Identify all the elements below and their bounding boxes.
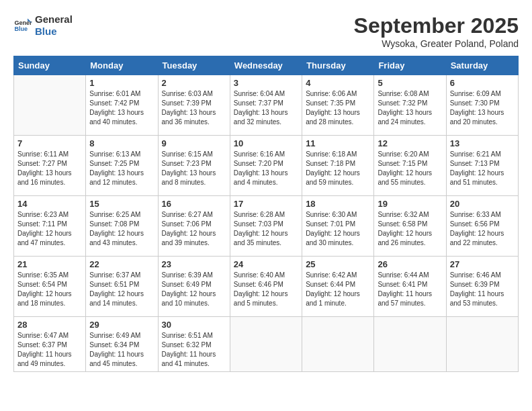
page-header: General Blue General Blue September 2025… xyxy=(13,13,519,49)
calendar-cell: 22Sunrise: 6:37 AM Sunset: 6:51 PM Dayli… xyxy=(86,257,158,317)
calendar-cell xyxy=(230,317,302,372)
day-info: Sunrise: 6:49 AM Sunset: 6:34 PM Dayligh… xyxy=(89,331,154,369)
calendar-cell: 12Sunrise: 6:20 AM Sunset: 7:15 PM Dayli… xyxy=(374,136,446,196)
day-info: Sunrise: 6:27 AM Sunset: 7:06 PM Dayligh… xyxy=(162,210,226,248)
week-row-4: 21Sunrise: 6:35 AM Sunset: 6:54 PM Dayli… xyxy=(14,257,519,317)
title-block: September 2025 Wysoka, Greater Poland, P… xyxy=(354,13,519,49)
day-info: Sunrise: 6:01 AM Sunset: 7:42 PM Dayligh… xyxy=(89,89,154,127)
day-info: Sunrise: 6:46 AM Sunset: 6:39 PM Dayligh… xyxy=(450,271,515,308)
calendar-cell: 25Sunrise: 6:42 AM Sunset: 6:44 PM Dayli… xyxy=(302,257,374,317)
day-info: Sunrise: 6:32 AM Sunset: 6:58 PM Dayligh… xyxy=(378,210,442,248)
weekday-monday: Monday xyxy=(86,56,158,75)
calendar-cell: 15Sunrise: 6:25 AM Sunset: 7:08 PM Dayli… xyxy=(86,196,158,257)
day-info: Sunrise: 6:15 AM Sunset: 7:23 PM Dayligh… xyxy=(162,150,226,187)
calendar-cell: 14Sunrise: 6:23 AM Sunset: 7:11 PM Dayli… xyxy=(14,196,86,257)
calendar-cell: 1Sunrise: 6:01 AM Sunset: 7:42 PM Daylig… xyxy=(86,75,158,136)
logo: General Blue General Blue xyxy=(13,13,73,38)
day-number: 9 xyxy=(162,138,226,148)
logo-blue: Blue xyxy=(35,26,73,38)
calendar-cell: 21Sunrise: 6:35 AM Sunset: 6:54 PM Dayli… xyxy=(14,257,86,317)
day-number: 6 xyxy=(450,78,515,88)
day-number: 1 xyxy=(89,78,154,88)
day-info: Sunrise: 6:18 AM Sunset: 7:18 PM Dayligh… xyxy=(306,150,370,187)
day-number: 15 xyxy=(89,199,154,209)
day-number: 17 xyxy=(234,199,298,209)
logo-general: General xyxy=(35,13,73,26)
day-number: 20 xyxy=(450,199,515,209)
calendar-cell: 24Sunrise: 6:40 AM Sunset: 6:46 PM Dayli… xyxy=(230,257,302,317)
svg-text:Blue: Blue xyxy=(14,26,28,32)
weekday-tuesday: Tuesday xyxy=(158,56,230,75)
week-row-3: 14Sunrise: 6:23 AM Sunset: 7:11 PM Dayli… xyxy=(14,196,519,257)
day-number: 29 xyxy=(89,320,154,330)
day-info: Sunrise: 6:35 AM Sunset: 6:54 PM Dayligh… xyxy=(17,271,82,308)
day-number: 18 xyxy=(306,199,370,209)
weekday-saturday: Saturday xyxy=(446,56,518,75)
calendar-cell xyxy=(446,317,518,372)
day-info: Sunrise: 6:21 AM Sunset: 7:13 PM Dayligh… xyxy=(450,150,515,187)
day-info: Sunrise: 6:08 AM Sunset: 7:32 PM Dayligh… xyxy=(378,89,442,127)
day-number: 13 xyxy=(450,138,515,148)
calendar-cell: 13Sunrise: 6:21 AM Sunset: 7:13 PM Dayli… xyxy=(446,136,518,196)
day-info: Sunrise: 6:47 AM Sunset: 6:37 PM Dayligh… xyxy=(17,331,82,369)
day-number: 7 xyxy=(17,138,82,148)
day-number: 26 xyxy=(378,259,442,269)
week-row-5: 28Sunrise: 6:47 AM Sunset: 6:37 PM Dayli… xyxy=(14,317,519,372)
day-info: Sunrise: 6:30 AM Sunset: 7:01 PM Dayligh… xyxy=(306,210,370,248)
calendar-cell xyxy=(302,317,374,372)
calendar-cell: 3Sunrise: 6:04 AM Sunset: 7:37 PM Daylig… xyxy=(230,75,302,136)
day-info: Sunrise: 6:42 AM Sunset: 6:44 PM Dayligh… xyxy=(306,271,370,308)
day-number: 4 xyxy=(306,78,370,88)
day-info: Sunrise: 6:39 AM Sunset: 6:49 PM Dayligh… xyxy=(162,271,226,308)
day-info: Sunrise: 6:11 AM Sunset: 7:27 PM Dayligh… xyxy=(17,150,82,187)
day-info: Sunrise: 6:13 AM Sunset: 7:25 PM Dayligh… xyxy=(89,150,154,187)
calendar-cell: 23Sunrise: 6:39 AM Sunset: 6:49 PM Dayli… xyxy=(158,257,230,317)
day-info: Sunrise: 6:03 AM Sunset: 7:39 PM Dayligh… xyxy=(162,89,226,127)
weekday-sunday: Sunday xyxy=(14,56,86,75)
day-info: Sunrise: 6:09 AM Sunset: 7:30 PM Dayligh… xyxy=(450,89,515,127)
day-number: 22 xyxy=(89,259,154,269)
calendar-cell: 11Sunrise: 6:18 AM Sunset: 7:18 PM Dayli… xyxy=(302,136,374,196)
day-number: 5 xyxy=(378,78,442,88)
calendar-cell: 17Sunrise: 6:28 AM Sunset: 7:03 PM Dayli… xyxy=(230,196,302,257)
day-info: Sunrise: 6:40 AM Sunset: 6:46 PM Dayligh… xyxy=(234,271,298,308)
day-info: Sunrise: 6:23 AM Sunset: 7:11 PM Dayligh… xyxy=(17,210,82,248)
calendar-cell: 7Sunrise: 6:11 AM Sunset: 7:27 PM Daylig… xyxy=(14,136,86,196)
day-number: 16 xyxy=(162,199,226,209)
calendar-cell: 27Sunrise: 6:46 AM Sunset: 6:39 PM Dayli… xyxy=(446,257,518,317)
weekday-friday: Friday xyxy=(374,56,446,75)
calendar-cell: 30Sunrise: 6:51 AM Sunset: 6:32 PM Dayli… xyxy=(158,317,230,372)
month-title: September 2025 xyxy=(354,13,519,38)
calendar-table: SundayMondayTuesdayWednesdayThursdayFrid… xyxy=(13,56,519,372)
calendar-cell: 4Sunrise: 6:06 AM Sunset: 7:35 PM Daylig… xyxy=(302,75,374,136)
day-number: 27 xyxy=(450,259,515,269)
calendar-cell: 8Sunrise: 6:13 AM Sunset: 7:25 PM Daylig… xyxy=(86,136,158,196)
calendar-cell: 18Sunrise: 6:30 AM Sunset: 7:01 PM Dayli… xyxy=(302,196,374,257)
calendar-cell: 29Sunrise: 6:49 AM Sunset: 6:34 PM Dayli… xyxy=(86,317,158,372)
calendar-cell: 5Sunrise: 6:08 AM Sunset: 7:32 PM Daylig… xyxy=(374,75,446,136)
weekday-header-row: SundayMondayTuesdayWednesdayThursdayFrid… xyxy=(14,56,519,75)
day-info: Sunrise: 6:25 AM Sunset: 7:08 PM Dayligh… xyxy=(89,210,154,248)
day-number: 24 xyxy=(234,259,298,269)
calendar-cell: 20Sunrise: 6:33 AM Sunset: 6:56 PM Dayli… xyxy=(446,196,518,257)
day-info: Sunrise: 6:51 AM Sunset: 6:32 PM Dayligh… xyxy=(162,331,226,369)
day-number: 2 xyxy=(162,78,226,88)
day-info: Sunrise: 6:16 AM Sunset: 7:20 PM Dayligh… xyxy=(234,150,298,187)
day-info: Sunrise: 6:28 AM Sunset: 7:03 PM Dayligh… xyxy=(234,210,298,248)
day-number: 14 xyxy=(17,199,82,209)
calendar-cell: 9Sunrise: 6:15 AM Sunset: 7:23 PM Daylig… xyxy=(158,136,230,196)
day-info: Sunrise: 6:20 AM Sunset: 7:15 PM Dayligh… xyxy=(378,150,442,187)
location-title: Wysoka, Greater Poland, Poland xyxy=(354,38,519,49)
day-number: 25 xyxy=(306,259,370,269)
day-info: Sunrise: 6:37 AM Sunset: 6:51 PM Dayligh… xyxy=(89,271,154,308)
day-number: 28 xyxy=(17,320,82,330)
calendar-cell: 28Sunrise: 6:47 AM Sunset: 6:37 PM Dayli… xyxy=(14,317,86,372)
calendar-cell: 19Sunrise: 6:32 AM Sunset: 6:58 PM Dayli… xyxy=(374,196,446,257)
weekday-wednesday: Wednesday xyxy=(230,56,302,75)
calendar-cell: 16Sunrise: 6:27 AM Sunset: 7:06 PM Dayli… xyxy=(158,196,230,257)
calendar-cell xyxy=(374,317,446,372)
calendar-cell: 6Sunrise: 6:09 AM Sunset: 7:30 PM Daylig… xyxy=(446,75,518,136)
week-row-1: 1Sunrise: 6:01 AM Sunset: 7:42 PM Daylig… xyxy=(14,75,519,136)
week-row-2: 7Sunrise: 6:11 AM Sunset: 7:27 PM Daylig… xyxy=(14,136,519,196)
calendar-body: 1Sunrise: 6:01 AM Sunset: 7:42 PM Daylig… xyxy=(14,75,519,372)
